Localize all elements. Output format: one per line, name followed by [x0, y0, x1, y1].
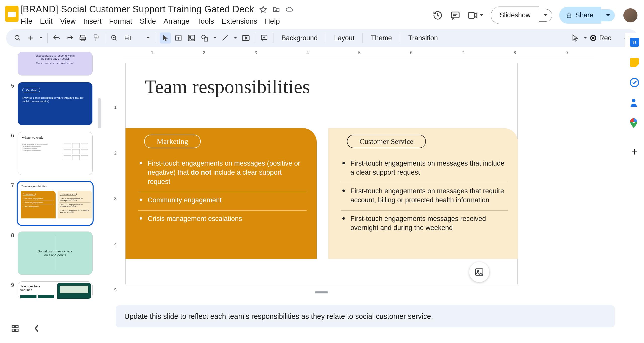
shape-icon[interactable] — [199, 32, 210, 44]
share-label: Share — [575, 11, 593, 19]
speaker-notes[interactable]: Update this slide to reflect each team's… — [116, 305, 615, 327]
textbox-icon[interactable] — [173, 32, 184, 44]
transition-button[interactable]: Transition — [404, 34, 442, 42]
undo-icon[interactable] — [51, 32, 62, 44]
grid-view-icon[interactable] — [11, 324, 19, 332]
svg-rect-20 — [12, 325, 14, 328]
star-icon[interactable] — [259, 6, 267, 13]
thumb7-chip1: Marketing — [23, 193, 36, 196]
slideshow-button[interactable]: Slideshow — [491, 7, 539, 24]
menu-arrange[interactable]: Arrange — [164, 17, 189, 25]
tasks-icon[interactable] — [630, 78, 639, 87]
menu-insert[interactable]: Insert — [83, 17, 102, 25]
select-tool-icon[interactable] — [160, 32, 171, 44]
slide-canvas[interactable]: Team responsibilities Marketing First-to… — [125, 63, 518, 284]
menu-edit[interactable]: Edit — [40, 17, 53, 25]
menu-file[interactable]: File — [21, 17, 32, 25]
cs-item-1: First-touch engagements on messages that… — [341, 155, 508, 183]
meet-button[interactable] — [468, 11, 484, 19]
menu-slide[interactable]: Slide — [140, 17, 156, 25]
marketing-chip: Marketing — [144, 135, 201, 148]
avatar[interactable] — [623, 8, 637, 22]
print-icon[interactable] — [77, 32, 88, 44]
comments-icon[interactable] — [450, 10, 461, 21]
marketing-box[interactable]: Marketing First-touch engagements on mes… — [126, 128, 317, 259]
zoom-select[interactable]: Fit — [122, 34, 152, 42]
svg-point-13 — [189, 36, 191, 38]
thumb-9[interactable]: Title goes heretwo lines — [18, 281, 93, 299]
h-ruler: 1 2 3 4 5 6 7 8 9 — [123, 50, 594, 58]
slide-num-7: 7 — [8, 182, 14, 189]
explore-image-fab[interactable] — [469, 262, 489, 282]
svg-point-25 — [632, 99, 635, 102]
menu-format[interactable]: Format — [109, 17, 132, 25]
cloud-icon[interactable] — [286, 6, 293, 13]
share-button[interactable]: Share — [559, 7, 601, 24]
lock-icon — [566, 12, 572, 19]
pointer-dropdown[interactable] — [583, 37, 588, 39]
comment-add-icon[interactable] — [259, 32, 270, 44]
cs-item-3: First-touch engagements messages receive… — [341, 211, 508, 238]
history-icon[interactable] — [432, 10, 443, 21]
menu-extensions[interactable]: Extensions — [222, 17, 257, 25]
mkt-item-2: Community engagement — [138, 192, 307, 210]
pointer-icon[interactable] — [570, 32, 581, 44]
app-logo[interactable] — [4, 3, 20, 25]
filmstrip-scrollbar[interactable] — [98, 98, 101, 128]
paint-format-icon[interactable] — [90, 32, 101, 44]
slide-title[interactable]: Team responsibilities — [145, 76, 310, 98]
svg-rect-3 — [468, 12, 474, 18]
thumb4-l3: Our customers are no different. — [18, 62, 92, 65]
workspace: expect brands to respond within the same… — [0, 50, 644, 343]
menu-view[interactable]: View — [60, 17, 76, 25]
new-slide-button[interactable] — [25, 32, 36, 44]
layout-button[interactable]: Layout — [330, 34, 359, 42]
cs-chip: Customer Service — [347, 135, 426, 148]
thumb5-body: [Provide a brief description of your com… — [22, 96, 88, 103]
notes-resize-handle[interactable] — [315, 291, 328, 293]
menu-bar: File Edit View Insert Format Slide Arran… — [20, 15, 293, 25]
svg-point-14 — [202, 35, 206, 39]
cs-item-2: First-touch engagements on messages that… — [341, 183, 508, 211]
thumb7-chip2: Customer Service — [60, 193, 77, 196]
menu-help[interactable]: Help — [265, 17, 280, 25]
prev-slide-icon[interactable] — [34, 325, 39, 332]
video-icon[interactable] — [240, 32, 251, 44]
thumb-8[interactable]: Social customer servicedo's and don'ts — [18, 232, 93, 275]
keep-icon[interactable] — [630, 58, 639, 67]
menu-tools[interactable]: Tools — [197, 17, 214, 25]
thumb-5[interactable]: Our Goal [Provide a brief description of… — [18, 82, 93, 125]
addons-icon[interactable]: + — [631, 146, 638, 158]
rec-button[interactable]: Rec — [590, 34, 611, 42]
customer-service-box[interactable]: Customer Service First-touch engagements… — [328, 128, 518, 259]
toolbar: Fit Background Layout Theme Transition R… — [6, 29, 638, 47]
shape-dropdown[interactable] — [212, 37, 218, 39]
line-dropdown[interactable] — [233, 37, 238, 39]
calendar-icon[interactable]: 31 — [630, 38, 639, 47]
speaker-notes-text: Update this slide to reflect each team's… — [124, 312, 433, 321]
doc-title[interactable]: [BRAND] Social Customer Support Training… — [20, 4, 254, 15]
background-button[interactable]: Background — [277, 34, 322, 42]
thumb-7[interactable]: Team responsibilities Marketing • First … — [18, 182, 93, 225]
rec-icon — [590, 35, 596, 41]
zoom-icon[interactable] — [109, 32, 120, 44]
slideshow-dropdown[interactable] — [539, 9, 552, 22]
contacts-icon[interactable] — [630, 98, 639, 107]
maps-icon[interactable] — [630, 118, 639, 127]
redo-icon[interactable] — [64, 32, 75, 44]
thumb-4[interactable]: expect brands to respond within the same… — [18, 52, 93, 75]
svg-point-19 — [477, 270, 478, 272]
share-dropdown[interactable] — [601, 9, 615, 21]
filmstrip[interactable]: expect brands to respond within the same… — [0, 50, 103, 343]
search-icon[interactable] — [12, 32, 23, 44]
line-icon[interactable] — [220, 32, 231, 44]
new-slide-dropdown[interactable] — [38, 37, 44, 39]
canvas-area: 1 2 3 4 5 6 7 8 9 1 2 3 4 5 Team respons… — [103, 50, 644, 343]
v-ruler: 1 2 3 4 5 — [113, 59, 122, 328]
image-icon[interactable] — [186, 32, 197, 44]
thumb-6[interactable]: Where we work Lorem ipsum dolor sit amet… — [18, 132, 93, 175]
svg-rect-4 — [567, 15, 571, 18]
move-icon[interactable] — [272, 6, 280, 13]
svg-rect-9 — [94, 35, 97, 37]
theme-button[interactable]: Theme — [366, 34, 396, 42]
